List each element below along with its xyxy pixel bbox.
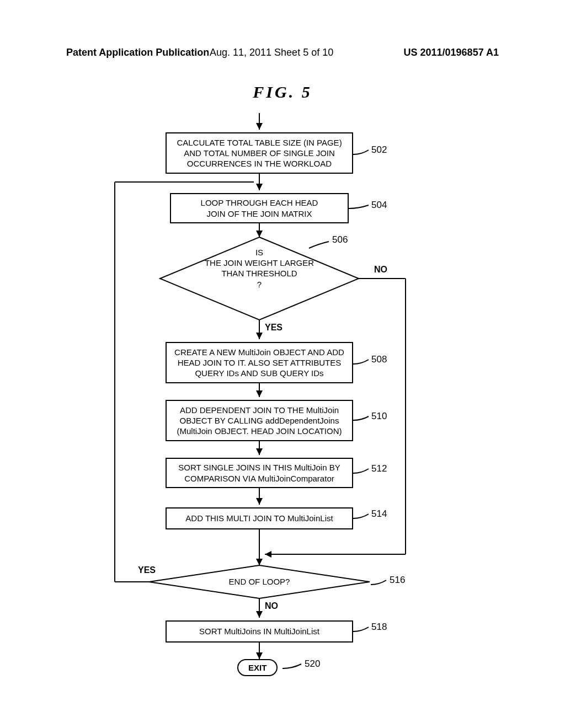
header-center: Aug. 11, 2011 Sheet 5 of 10 — [210, 47, 333, 58]
ref-506: 506 — [332, 234, 348, 245]
ref-516: 516 — [390, 575, 405, 586]
ref-510: 510 — [371, 411, 387, 422]
diamond-516-text: END OF LOOP? — [204, 576, 315, 587]
ref-518: 518 — [371, 622, 387, 633]
ref-508: 508 — [371, 354, 387, 365]
ref-512: 512 — [371, 463, 387, 474]
box-518: SORT MultiJoins IN MultiJoinList — [166, 620, 353, 643]
label-yes-506: YES — [265, 323, 282, 333]
diamond-506-text: IS THE JOIN WEIGHT LARGER THAN THRESHOLD… — [177, 247, 342, 290]
page-root: Patent Application Publication Aug. 11, … — [0, 0, 565, 728]
box-512: SORT SINGLE JOINS IN THIS MultiJoin BY C… — [166, 458, 353, 488]
ref-504: 504 — [371, 200, 387, 211]
ref-520: 520 — [305, 659, 320, 670]
ref-502: 502 — [371, 144, 387, 156]
box-508: CREATE A NEW MultiJoin OBJECT AND ADD HE… — [166, 342, 353, 383]
box-502: CALCULATE TOTAL TABLE SIZE (IN PAGE) AND… — [166, 132, 353, 174]
box-514: ADD THIS MULTI JOIN TO MultiJoinList — [166, 507, 353, 529]
box-510: ADD DEPENDENT JOIN TO THE MultiJoin OBJE… — [166, 400, 353, 441]
header-right: US 2011/0196857 A1 — [404, 47, 499, 58]
ref-514: 514 — [371, 508, 387, 520]
label-yes-516: YES — [138, 565, 156, 575]
label-no-506: NO — [374, 265, 387, 275]
header-left: Patent Application Publication — [66, 47, 209, 58]
label-no-516: NO — [265, 601, 278, 611]
box-504: LOOP THROUGH EACH HEAD JOIN OF THE JOIN … — [170, 193, 349, 223]
figure-label: FIG. 5 — [0, 83, 565, 101]
terminator-exit: EXIT — [237, 659, 278, 676]
